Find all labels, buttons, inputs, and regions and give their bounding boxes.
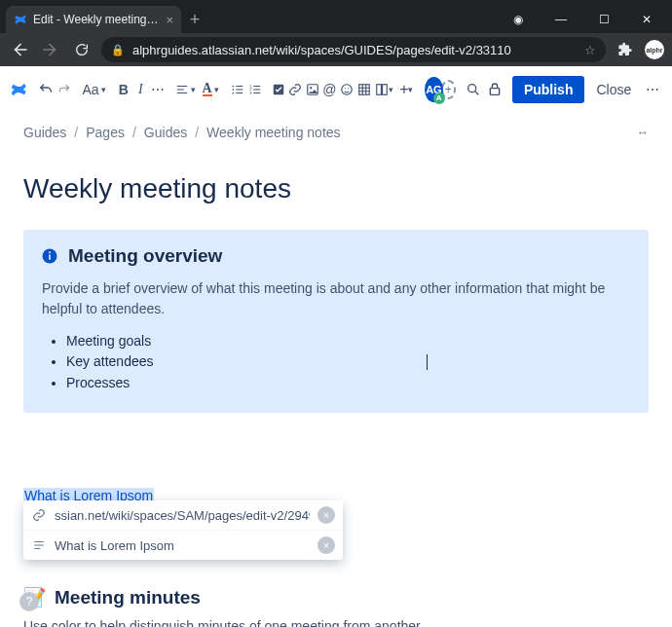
svg-point-19 xyxy=(49,251,51,253)
list-item: Meeting goals xyxy=(66,333,631,349)
svg-point-9 xyxy=(342,84,353,94)
browser-chrome: Edit - Weekly meeting notes - Gu × + ◉ —… xyxy=(0,0,672,66)
forward-button[interactable] xyxy=(39,38,62,61)
insert-dropdown[interactable]: +▾ xyxy=(396,76,417,103)
text-color-dropdown[interactable]: A▾ xyxy=(199,76,222,103)
redo-button[interactable] xyxy=(57,76,73,103)
address-bar[interactable]: 🔒 alphrguides.atlassian.net/wiki/spaces/… xyxy=(101,37,606,62)
back-button[interactable] xyxy=(8,38,31,61)
close-editor-button[interactable]: Close xyxy=(586,76,641,103)
page-title[interactable]: Weekly meeting notes xyxy=(23,173,649,204)
extensions-icon[interactable] xyxy=(614,38,637,61)
svg-point-11 xyxy=(348,88,349,89)
breadcrumb-item[interactable]: Guides xyxy=(144,125,187,140)
breadcrumb-item[interactable]: Pages xyxy=(86,125,125,140)
link-text-field[interactable]: What is Lorem Ipsom xyxy=(55,538,310,553)
help-button[interactable]: ? xyxy=(19,592,39,611)
text-cursor xyxy=(427,354,428,370)
svg-rect-16 xyxy=(490,88,499,94)
image-button[interactable] xyxy=(305,76,320,103)
confluence-app: Aa▾ B I ⋯ ▾ A▾ 123 @ ▾ +▾ AG + Publish C… xyxy=(0,66,672,627)
info-panel[interactable]: Meeting overview Provide a brief overvie… xyxy=(23,230,649,413)
svg-point-2 xyxy=(233,92,235,93)
minimize-button[interactable]: — xyxy=(541,6,580,33)
italic-button[interactable]: I xyxy=(133,76,149,103)
svg-rect-18 xyxy=(49,255,51,260)
bullet-list-button[interactable] xyxy=(230,76,245,103)
breadcrumb-item[interactable]: Weekly meeting notes xyxy=(206,125,340,140)
window-controls: ◉ — ☐ ✕ xyxy=(499,6,672,33)
link-popup: ssian.net/wiki/spaces/SAM/pages/edit-v2/… xyxy=(23,500,343,560)
restrictions-button[interactable] xyxy=(485,76,504,103)
svg-text:3: 3 xyxy=(249,90,252,94)
action-item-button[interactable] xyxy=(271,76,286,103)
editor-toolbar: Aa▾ B I ⋯ ▾ A▾ 123 @ ▾ +▾ AG + Publish C… xyxy=(0,66,672,113)
svg-rect-13 xyxy=(376,84,381,94)
link-text-row[interactable]: What is Lorem Ipsom × xyxy=(23,531,343,560)
url-text: alphrguides.atlassian.net/wiki/spaces/GU… xyxy=(132,43,511,57)
text-icon xyxy=(31,538,47,552)
link-url-field[interactable]: ssian.net/wiki/spaces/SAM/pages/edit-v2/… xyxy=(55,508,310,523)
link-url-row[interactable]: ssian.net/wiki/spaces/SAM/pages/edit-v2/… xyxy=(23,500,343,531)
bold-button[interactable]: B xyxy=(116,76,131,103)
svg-point-10 xyxy=(345,88,346,89)
emoji-button[interactable] xyxy=(339,76,355,103)
clear-url-button[interactable]: × xyxy=(317,506,335,524)
clear-text-button[interactable]: × xyxy=(317,536,335,554)
more-formatting-button[interactable]: ⋯ xyxy=(150,76,166,103)
confluence-favicon-icon xyxy=(14,13,27,26)
browser-tab[interactable]: Edit - Weekly meeting notes - Gu × xyxy=(6,6,181,33)
profile-avatar[interactable]: alphr xyxy=(645,40,664,59)
user-avatar[interactable]: AG xyxy=(425,77,442,102)
list-item: Processes xyxy=(66,375,631,390)
align-dropdown[interactable]: ▾ xyxy=(173,76,197,103)
address-row: 🔒 alphrguides.atlassian.net/wiki/spaces/… xyxy=(0,33,672,66)
info-icon xyxy=(41,247,58,265)
undo-button[interactable] xyxy=(36,76,56,103)
svg-point-15 xyxy=(468,84,476,92)
svg-rect-12 xyxy=(358,84,369,94)
section-description: Use color to help distinguish minutes of… xyxy=(23,618,649,627)
panel-description: Provide a brief overview of what this me… xyxy=(41,278,631,319)
panel-heading: Meeting overview xyxy=(68,245,222,267)
close-window-button[interactable]: ✕ xyxy=(627,6,666,33)
publish-button[interactable]: Publish xyxy=(512,76,585,103)
maximize-button[interactable]: ☐ xyxy=(584,6,623,33)
account-indicator-icon[interactable]: ◉ xyxy=(499,6,538,33)
table-button[interactable] xyxy=(356,76,372,103)
tab-close-icon[interactable]: × xyxy=(166,13,173,27)
list-item: Key attendees xyxy=(66,353,631,370)
reload-button[interactable] xyxy=(70,38,93,61)
svg-point-0 xyxy=(233,85,235,87)
collapse-page-tree-icon[interactable]: ↔ xyxy=(637,126,649,139)
confluence-logo-icon[interactable] xyxy=(10,77,27,102)
find-button[interactable] xyxy=(464,76,483,103)
lock-icon: 🔒 xyxy=(111,44,125,56)
svg-rect-14 xyxy=(382,84,387,94)
editor-content: Guides / Pages / Guides / Weekly meeting… xyxy=(0,113,672,627)
more-actions-button[interactable]: ⋯ xyxy=(643,76,662,103)
breadcrumb: Guides / Pages / Guides / Weekly meeting… xyxy=(23,125,649,140)
panel-bullets: Meeting goals Key attendees Processes xyxy=(41,333,631,390)
tab-title: Edit - Weekly meeting notes - Gu xyxy=(33,13,160,26)
numbered-list-button[interactable]: 123 xyxy=(247,76,263,103)
link-button[interactable] xyxy=(287,76,303,103)
text-style-dropdown[interactable]: Aa▾ xyxy=(80,76,107,103)
svg-point-1 xyxy=(233,89,235,91)
new-tab-button[interactable]: + xyxy=(181,6,208,33)
mention-button[interactable]: @ xyxy=(322,76,338,103)
bookmark-icon[interactable]: ☆ xyxy=(584,43,596,57)
breadcrumb-item[interactable]: Guides xyxy=(23,125,66,140)
tab-bar: Edit - Weekly meeting notes - Gu × + ◉ —… xyxy=(0,0,672,33)
layout-dropdown[interactable]: ▾ xyxy=(373,76,393,103)
link-icon xyxy=(31,508,47,522)
svg-point-8 xyxy=(310,87,312,89)
section-heading: 📝 Meeting minutes xyxy=(23,586,649,609)
